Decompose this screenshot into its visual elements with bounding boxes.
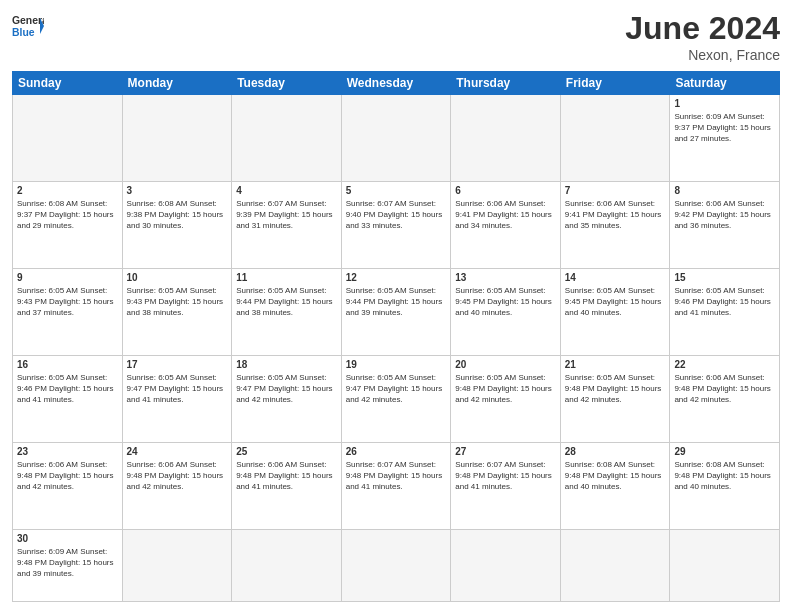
day-info: Sunrise: 6:09 AM Sunset: 9:37 PM Dayligh… <box>674 111 775 145</box>
day-number: 23 <box>17 446 118 457</box>
day-info: Sunrise: 6:07 AM Sunset: 9:48 PM Dayligh… <box>346 459 447 493</box>
day-number: 1 <box>674 98 775 109</box>
day-info: Sunrise: 6:08 AM Sunset: 9:48 PM Dayligh… <box>565 459 666 493</box>
day-info: Sunrise: 6:06 AM Sunset: 9:42 PM Dayligh… <box>674 198 775 232</box>
day-info: Sunrise: 6:06 AM Sunset: 9:48 PM Dayligh… <box>236 459 337 493</box>
table-row: 24Sunrise: 6:06 AM Sunset: 9:48 PM Dayli… <box>122 442 232 529</box>
day-info: Sunrise: 6:07 AM Sunset: 9:40 PM Dayligh… <box>346 198 447 232</box>
day-info: Sunrise: 6:06 AM Sunset: 9:48 PM Dayligh… <box>127 459 228 493</box>
day-number: 30 <box>17 533 118 544</box>
table-row <box>670 529 780 601</box>
day-number: 13 <box>455 272 556 283</box>
day-info: Sunrise: 6:05 AM Sunset: 9:47 PM Dayligh… <box>127 372 228 406</box>
table-row: 26Sunrise: 6:07 AM Sunset: 9:48 PM Dayli… <box>341 442 451 529</box>
day-number: 20 <box>455 359 556 370</box>
table-row <box>341 95 451 182</box>
title-month: June 2024 <box>625 10 780 47</box>
day-info: Sunrise: 6:05 AM Sunset: 9:45 PM Dayligh… <box>565 285 666 319</box>
table-row: 5Sunrise: 6:07 AM Sunset: 9:40 PM Daylig… <box>341 181 451 268</box>
table-row: 22Sunrise: 6:06 AM Sunset: 9:48 PM Dayli… <box>670 355 780 442</box>
day-number: 27 <box>455 446 556 457</box>
day-number: 15 <box>674 272 775 283</box>
day-info: Sunrise: 6:06 AM Sunset: 9:41 PM Dayligh… <box>565 198 666 232</box>
day-info: Sunrise: 6:08 AM Sunset: 9:37 PM Dayligh… <box>17 198 118 232</box>
day-number: 21 <box>565 359 666 370</box>
day-number: 16 <box>17 359 118 370</box>
table-row: 19Sunrise: 6:05 AM Sunset: 9:47 PM Dayli… <box>341 355 451 442</box>
day-info: Sunrise: 6:05 AM Sunset: 9:46 PM Dayligh… <box>674 285 775 319</box>
day-number: 7 <box>565 185 666 196</box>
day-number: 10 <box>127 272 228 283</box>
day-info: Sunrise: 6:06 AM Sunset: 9:48 PM Dayligh… <box>674 372 775 406</box>
table-row: 25Sunrise: 6:06 AM Sunset: 9:48 PM Dayli… <box>232 442 342 529</box>
table-row: 17Sunrise: 6:05 AM Sunset: 9:47 PM Dayli… <box>122 355 232 442</box>
day-number: 18 <box>236 359 337 370</box>
logo: General Blue <box>12 10 44 42</box>
calendar-header-row: Sunday Monday Tuesday Wednesday Thursday… <box>13 72 780 95</box>
day-info: Sunrise: 6:05 AM Sunset: 9:47 PM Dayligh… <box>236 372 337 406</box>
table-row: 13Sunrise: 6:05 AM Sunset: 9:45 PM Dayli… <box>451 268 561 355</box>
table-row: 8Sunrise: 6:06 AM Sunset: 9:42 PM Daylig… <box>670 181 780 268</box>
table-row <box>560 529 670 601</box>
day-info: Sunrise: 6:05 AM Sunset: 9:44 PM Dayligh… <box>346 285 447 319</box>
title-location: Nexon, France <box>625 47 780 63</box>
day-info: Sunrise: 6:07 AM Sunset: 9:39 PM Dayligh… <box>236 198 337 232</box>
table-row <box>451 95 561 182</box>
calendar-table: Sunday Monday Tuesday Wednesday Thursday… <box>12 71 780 602</box>
table-row <box>341 529 451 601</box>
col-wednesday: Wednesday <box>341 72 451 95</box>
table-row <box>232 95 342 182</box>
day-info: Sunrise: 6:06 AM Sunset: 9:41 PM Dayligh… <box>455 198 556 232</box>
day-number: 14 <box>565 272 666 283</box>
table-row: 12Sunrise: 6:05 AM Sunset: 9:44 PM Dayli… <box>341 268 451 355</box>
table-row <box>122 95 232 182</box>
day-info: Sunrise: 6:05 AM Sunset: 9:43 PM Dayligh… <box>127 285 228 319</box>
col-monday: Monday <box>122 72 232 95</box>
page: General Blue June 2024 Nexon, France Sun… <box>0 0 792 612</box>
table-row: 14Sunrise: 6:05 AM Sunset: 9:45 PM Dayli… <box>560 268 670 355</box>
day-number: 26 <box>346 446 447 457</box>
day-number: 12 <box>346 272 447 283</box>
day-number: 6 <box>455 185 556 196</box>
svg-text:Blue: Blue <box>12 27 35 38</box>
table-row <box>13 95 123 182</box>
col-thursday: Thursday <box>451 72 561 95</box>
day-number: 19 <box>346 359 447 370</box>
table-row: 4Sunrise: 6:07 AM Sunset: 9:39 PM Daylig… <box>232 181 342 268</box>
day-number: 4 <box>236 185 337 196</box>
col-saturday: Saturday <box>670 72 780 95</box>
table-row: 10Sunrise: 6:05 AM Sunset: 9:43 PM Dayli… <box>122 268 232 355</box>
table-row: 16Sunrise: 6:05 AM Sunset: 9:46 PM Dayli… <box>13 355 123 442</box>
day-info: Sunrise: 6:08 AM Sunset: 9:48 PM Dayligh… <box>674 459 775 493</box>
table-row: 2Sunrise: 6:08 AM Sunset: 9:37 PM Daylig… <box>13 181 123 268</box>
day-info: Sunrise: 6:05 AM Sunset: 9:44 PM Dayligh… <box>236 285 337 319</box>
title-block: June 2024 Nexon, France <box>625 10 780 63</box>
day-info: Sunrise: 6:08 AM Sunset: 9:38 PM Dayligh… <box>127 198 228 232</box>
day-info: Sunrise: 6:05 AM Sunset: 9:47 PM Dayligh… <box>346 372 447 406</box>
col-tuesday: Tuesday <box>232 72 342 95</box>
table-row <box>451 529 561 601</box>
table-row: 23Sunrise: 6:06 AM Sunset: 9:48 PM Dayli… <box>13 442 123 529</box>
day-info: Sunrise: 6:09 AM Sunset: 9:48 PM Dayligh… <box>17 546 118 580</box>
day-info: Sunrise: 6:06 AM Sunset: 9:48 PM Dayligh… <box>17 459 118 493</box>
table-row: 20Sunrise: 6:05 AM Sunset: 9:48 PM Dayli… <box>451 355 561 442</box>
day-info: Sunrise: 6:05 AM Sunset: 9:43 PM Dayligh… <box>17 285 118 319</box>
day-number: 24 <box>127 446 228 457</box>
table-row: 27Sunrise: 6:07 AM Sunset: 9:48 PM Dayli… <box>451 442 561 529</box>
table-row: 9Sunrise: 6:05 AM Sunset: 9:43 PM Daylig… <box>13 268 123 355</box>
day-number: 29 <box>674 446 775 457</box>
day-info: Sunrise: 6:05 AM Sunset: 9:45 PM Dayligh… <box>455 285 556 319</box>
day-number: 11 <box>236 272 337 283</box>
col-friday: Friday <box>560 72 670 95</box>
day-number: 5 <box>346 185 447 196</box>
day-number: 3 <box>127 185 228 196</box>
day-number: 17 <box>127 359 228 370</box>
day-info: Sunrise: 6:05 AM Sunset: 9:46 PM Dayligh… <box>17 372 118 406</box>
header: General Blue June 2024 Nexon, France <box>12 10 780 63</box>
day-number: 8 <box>674 185 775 196</box>
table-row: 28Sunrise: 6:08 AM Sunset: 9:48 PM Dayli… <box>560 442 670 529</box>
table-row <box>560 95 670 182</box>
day-number: 28 <box>565 446 666 457</box>
table-row: 6Sunrise: 6:06 AM Sunset: 9:41 PM Daylig… <box>451 181 561 268</box>
table-row <box>122 529 232 601</box>
